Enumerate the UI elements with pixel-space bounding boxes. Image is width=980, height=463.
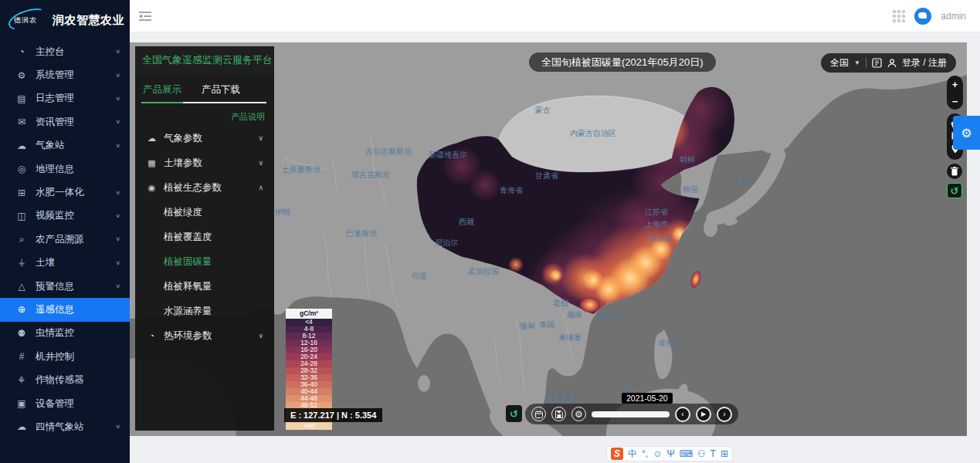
map-label: 江苏省 bbox=[645, 207, 668, 218]
tree-leaf-7[interactable]: 植被释氧量 bbox=[135, 274, 274, 299]
zoom-in-button[interactable]: + bbox=[952, 79, 958, 90]
divider bbox=[866, 58, 866, 68]
chevron-down-icon: ∨ bbox=[258, 134, 263, 142]
sidebar-item-15[interactable]: ⚘作物传感器 bbox=[0, 368, 130, 391]
chinese-mode-icon[interactable]: 中 bbox=[628, 449, 637, 458]
sidebar-item-label: 日志管理 bbox=[36, 92, 115, 105]
sidebar-item-label: 视频监控 bbox=[36, 209, 115, 222]
zoom-out-button[interactable]: − bbox=[952, 96, 958, 106]
chevron-down-icon: ∨ bbox=[115, 143, 120, 149]
sidebar-item-label: 气象站 bbox=[36, 139, 115, 152]
measure-tool-button[interactable]: ↺ bbox=[947, 183, 962, 198]
panel-tabs: 产品展示产品下载 bbox=[143, 83, 266, 103]
map-label: 马来西亚 bbox=[547, 394, 578, 404]
tab-1[interactable]: 产品展示 bbox=[143, 83, 181, 96]
sidebar-item-1[interactable]: ◔主控台∨ bbox=[0, 40, 130, 63]
previous-frame-button[interactable]: ‹ bbox=[675, 407, 690, 422]
clear-layers-button[interactable] bbox=[947, 164, 962, 179]
timeline-logo-button[interactable]: ↺ bbox=[506, 405, 522, 422]
sidebar-item-9[interactable]: ⌕农产品溯源∨ bbox=[0, 228, 130, 251]
pest-icon: ⚉ bbox=[15, 328, 28, 339]
collapse-sidebar-icon[interactable] bbox=[137, 8, 153, 24]
map-label: 伊朗 bbox=[275, 207, 290, 218]
region-selector[interactable]: 全国 bbox=[830, 56, 849, 69]
voice-input-icon[interactable]: Ψ bbox=[666, 449, 674, 458]
crop-sensor-icon: ⚘ bbox=[15, 375, 28, 386]
sidebar-item-2[interactable]: ⚙系统管理∨ bbox=[0, 63, 130, 86]
tab-2[interactable]: 产品下载 bbox=[202, 83, 240, 96]
emoji-icon[interactable]: ☺ bbox=[653, 449, 662, 458]
next-frame-button[interactable]: › bbox=[717, 407, 732, 422]
tree-leaf-6[interactable]: 植被固碳量 bbox=[135, 249, 274, 274]
avatar[interactable] bbox=[914, 8, 931, 25]
map-label: 上海市 bbox=[645, 219, 668, 230]
save-frame-button[interactable] bbox=[551, 407, 566, 421]
play-button[interactable]: ▶ bbox=[696, 407, 711, 422]
chevron-down-icon: ∨ bbox=[115, 49, 120, 55]
sidebar-item-7[interactable]: ⊞水肥一体化∨ bbox=[0, 181, 130, 204]
keyboard-icon[interactable]: ⌨ bbox=[679, 449, 692, 458]
product-panel: 全国气象遥感监测云服务平台 产品展示产品下载 产品说明 ☁气象参数∨▦土壤参数∨… bbox=[135, 46, 274, 431]
map-viewport[interactable]: 蒙古内蒙古自治区新疆维吾尔吉尔吉斯斯坦塔吉克斯坦土库曼斯坦伊朗巴基斯坦印度尼泊尔… bbox=[130, 42, 967, 436]
sidebar: 德润农 润农智慧农业 ◔主控台∨⚙系统管理∨▤日志管理∨✉资讯管理∨☁气象站∨◎… bbox=[0, 0, 130, 463]
map-label: 泰国 bbox=[539, 319, 554, 330]
zoom-control: + − bbox=[947, 76, 963, 110]
sidebar-item-label: 主控台 bbox=[36, 46, 115, 59]
toolbox-icon[interactable]: ⊞ bbox=[721, 449, 728, 458]
sidebar-item-3[interactable]: ▤日志管理∨ bbox=[0, 87, 130, 110]
chevron-down-icon: ∨ bbox=[115, 73, 120, 79]
sidebar-item-16[interactable]: ▣设备管理 bbox=[0, 392, 130, 415]
sidebar-item-label: 农产品溯源 bbox=[36, 233, 115, 246]
timeline-slider[interactable] bbox=[592, 411, 670, 417]
apps-grid-icon[interactable] bbox=[893, 10, 905, 22]
sidebar-item-5[interactable]: ☁气象站∨ bbox=[0, 134, 130, 157]
app-logo[interactable]: 德润农 润农智慧农业 bbox=[0, 0, 130, 40]
sidebar-item-14[interactable]: #机井控制 bbox=[0, 345, 130, 368]
sidebar-item-10[interactable]: ⏚土壤∨ bbox=[0, 252, 130, 275]
tree-group-label: 植被生态参数 bbox=[164, 181, 258, 194]
map-label: 塔吉克斯坦 bbox=[351, 170, 390, 181]
sidebar-item-12[interactable]: ⊕遥感信息 bbox=[0, 298, 130, 321]
punctuation-icon[interactable]: °, bbox=[642, 449, 648, 458]
chevron-down-icon: ∨ bbox=[258, 159, 263, 167]
map-label: 韩国 bbox=[683, 184, 698, 195]
brand-bird-icon: 德润农 bbox=[8, 8, 48, 32]
tree-group-9[interactable]: ◔热环境参数∨ bbox=[135, 323, 274, 348]
skin-icon[interactable]: T bbox=[710, 449, 716, 458]
tree-group-1[interactable]: ☁气象参数∨ bbox=[135, 126, 274, 150]
station-icon: ☁ bbox=[15, 421, 28, 432]
sidebar-item-6[interactable]: ◎地理信息 bbox=[0, 157, 130, 181]
chevron-down-icon: ∨ bbox=[115, 260, 120, 266]
tree-group-label: 土壤参数 bbox=[164, 157, 258, 170]
sidebar-item-4[interactable]: ✉资讯管理∨ bbox=[0, 110, 130, 133]
tree-leaf-4[interactable]: 植被绿度 bbox=[135, 200, 274, 225]
chevron-down-icon: ∨ bbox=[115, 236, 120, 242]
map-settings-tab[interactable]: ⚙ bbox=[953, 116, 980, 150]
legend-row: >60 bbox=[286, 423, 332, 430]
content-area: 蒙古内蒙古自治区新疆维吾尔吉尔吉斯斯坦塔吉克斯坦土库曼斯坦伊朗巴基斯坦印度尼泊尔… bbox=[130, 32, 980, 463]
timeline-settings-button[interactable]: ⚙ bbox=[571, 407, 586, 421]
date-picker-button[interactable] bbox=[531, 407, 546, 421]
sogou-logo[interactable]: S bbox=[611, 448, 623, 460]
tree-group-2[interactable]: ▦土壤参数∨ bbox=[135, 150, 274, 175]
user-icon bbox=[887, 59, 897, 68]
tree-group-3[interactable]: ◉植被生态参数∧ bbox=[135, 175, 274, 200]
sidebar-item-label: 机井控制 bbox=[36, 350, 120, 363]
login-register-link[interactable]: 登录 / 注册 bbox=[902, 56, 947, 69]
tree-leaf-5[interactable]: 植被覆盖度 bbox=[135, 225, 274, 249]
chevron-down-icon: ∨ bbox=[115, 190, 120, 196]
map-label: 朝鲜 bbox=[680, 154, 695, 165]
manual-book-icon[interactable] bbox=[872, 58, 882, 68]
sidebar-item-11[interactable]: △预警信息∨ bbox=[0, 275, 130, 298]
product-tree: ☁气象参数∨▦土壤参数∨◉植被生态参数∧植被绿度植被覆盖度植被固碳量植被释氧量水… bbox=[135, 126, 274, 348]
product-description-link[interactable]: 产品说明 bbox=[135, 111, 265, 123]
map-label: 甘肃省 bbox=[535, 171, 558, 181]
sidebar-item-8[interactable]: ◫视频监控∨ bbox=[0, 204, 130, 228]
map-label: 越南 bbox=[567, 309, 582, 320]
handwriting-icon[interactable]: ⚇ bbox=[697, 449, 706, 458]
sidebar-item-13[interactable]: ⚉虫情监控 bbox=[0, 322, 130, 345]
water-fertilizer-icon: ⊞ bbox=[15, 188, 28, 198]
tree-leaf-8[interactable]: 水源涵养量 bbox=[135, 299, 274, 323]
map-label: 印度 bbox=[412, 271, 427, 282]
sidebar-item-17[interactable]: ☁四情气象站∨ bbox=[0, 415, 130, 438]
